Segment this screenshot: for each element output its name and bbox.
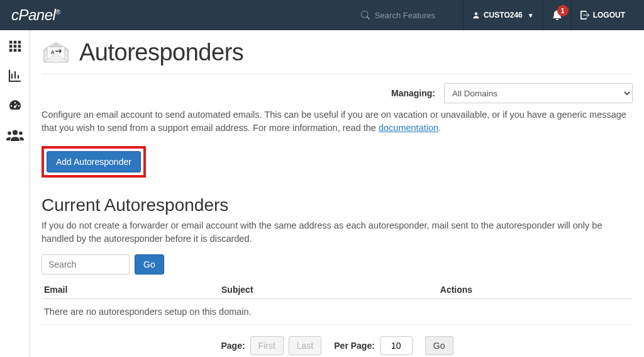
sidebar-grid-icon[interactable] [8, 39, 23, 53]
page-title: Autoresponders [79, 39, 243, 66]
search-input[interactable] [375, 11, 450, 20]
perpage-group: Per Page: [334, 336, 413, 355]
caret-down-icon: ▼ [528, 12, 534, 19]
table-row: There are no autoresponders setup on thi… [42, 299, 633, 325]
add-autoresponder-button[interactable]: Add Autoresponder [47, 151, 141, 173]
col-subject: Subject [219, 281, 438, 299]
username-label: CUSTO246 [484, 11, 523, 20]
search-features[interactable] [361, 11, 450, 20]
svg-rect-5 [18, 45, 21, 48]
intro-text-a: Configure an email account to send autom… [42, 110, 626, 133]
logout-button[interactable]: LOGOUT [571, 0, 634, 30]
col-email: Email [42, 281, 219, 299]
pager-go-button[interactable]: Go [425, 336, 453, 355]
logout-label: LOGOUT [593, 11, 625, 20]
svg-rect-2 [18, 41, 21, 44]
managing-label: Managing: [391, 88, 435, 98]
section-desc: If you do not create a forwarder or emai… [42, 219, 633, 246]
perpage-input[interactable] [380, 336, 413, 355]
svg-rect-6 [9, 49, 12, 52]
domain-select[interactable]: All Domains [444, 83, 633, 103]
sidebar [0, 30, 30, 357]
content-area: A Autoresponders Managing: All Domains C… [30, 30, 644, 357]
svg-rect-7 [13, 49, 16, 52]
svg-point-9 [13, 130, 18, 135]
autoresponder-icon: A [42, 41, 70, 65]
last-page-button[interactable]: Last [289, 336, 321, 355]
svg-text:A: A [51, 49, 55, 55]
managing-row: Managing: All Domains [42, 83, 633, 103]
svg-rect-8 [18, 49, 21, 52]
section-title: Current Autoresponders [42, 195, 633, 215]
table-header-row: Email Subject Actions [42, 281, 633, 299]
autoresponder-search-input[interactable] [42, 254, 130, 275]
intro-text: Configure an email account to send autom… [42, 108, 633, 135]
autoresponders-table: Email Subject Actions There are no autor… [42, 281, 633, 325]
notification-badge: 1 [557, 5, 569, 16]
page-header: A Autoresponders [42, 39, 633, 74]
page-nav-group: Page: First Last [221, 336, 321, 355]
notifications-button[interactable]: 1 [543, 0, 571, 30]
user-menu[interactable]: CUSTO246 ▼ [463, 0, 543, 30]
sidebar-stats-icon[interactable] [7, 68, 23, 83]
svg-rect-3 [9, 45, 12, 48]
page-label: Page: [221, 341, 245, 351]
sidebar-users-icon[interactable] [6, 128, 24, 142]
pager-row: Page: First Last Per Page: Go [42, 336, 633, 355]
svg-point-10 [8, 132, 11, 135]
intro-text-b: . [438, 123, 441, 133]
perpage-label: Per Page: [334, 341, 375, 351]
search-icon [361, 11, 370, 20]
search-row: Go [42, 254, 633, 275]
svg-rect-1 [13, 41, 16, 44]
user-icon [472, 11, 480, 19]
search-go-button[interactable]: Go [135, 254, 164, 275]
brand-logo[interactable]: cPanel® [11, 6, 60, 24]
logout-icon [580, 11, 589, 20]
svg-rect-0 [9, 41, 12, 44]
sidebar-dashboard-icon[interactable] [7, 98, 23, 113]
documentation-link[interactable]: documentation [379, 123, 438, 133]
svg-rect-4 [13, 45, 16, 48]
add-button-highlight: Add Autoresponder [42, 146, 146, 178]
svg-point-11 [19, 132, 23, 135]
empty-message: There are no autoresponders setup on thi… [42, 299, 633, 325]
col-actions: Actions [438, 281, 633, 299]
top-navbar: cPanel® CUSTO246 ▼ 1 LOGOUT [0, 0, 644, 30]
first-page-button[interactable]: First [250, 336, 284, 355]
